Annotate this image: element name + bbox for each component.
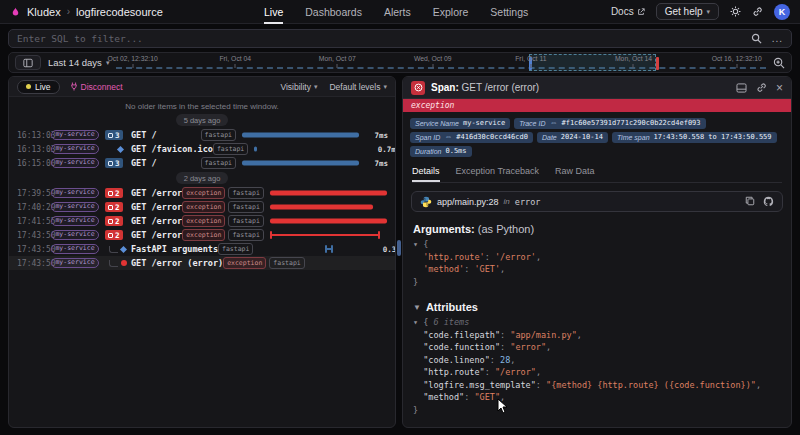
span-label: GET /error (error): [131, 258, 223, 268]
attributes-line: "code.filepath": "app/main.py",: [413, 329, 781, 342]
top-nav: Kludex › logfirecodesource Live Dashboar…: [0, 0, 800, 24]
timeline-tick-mark: [337, 64, 338, 68]
duration-bar-zone: [270, 186, 387, 200]
sql-filter-input[interactable]: Enter SQL to filter... ...: [8, 29, 792, 48]
trace-time: 17:40:29: [9, 203, 51, 212]
trace-badge-zone: 3: [105, 158, 129, 168]
chevron-down-icon: ▾: [383, 83, 387, 91]
duration-line: [270, 234, 380, 236]
child-count-badge[interactable]: 2: [105, 188, 123, 198]
tab-explore[interactable]: Explore: [433, 0, 469, 24]
child-count-badge[interactable]: 2: [105, 230, 123, 240]
meta-chip: Date2024-10-14: [537, 132, 608, 143]
exception-banner: exception: [403, 99, 791, 112]
tab-alerts[interactable]: Alerts: [384, 0, 411, 24]
fastapi-tag: fastapi: [228, 229, 263, 240]
avatar[interactable]: K: [774, 4, 790, 20]
fastapi-tag: fastapi: [201, 129, 236, 140]
tab-exception-traceback[interactable]: Exception Traceback: [456, 163, 540, 182]
meta-chip-value: my-service: [463, 119, 505, 127]
span-kind-dot: [117, 145, 124, 152]
external-link-icon: [637, 8, 645, 16]
child-count-badge[interactable]: 3: [105, 130, 123, 140]
copy-icon[interactable]: [745, 196, 755, 207]
trace-row[interactable]: 17:43:50my-serviceFastAPI argumentsfasta…: [9, 242, 395, 256]
timeline-tick-mark: [132, 64, 133, 68]
timeline-tick-mark: [235, 64, 236, 68]
time-divider: 2 days ago: [9, 172, 395, 184]
trace-time: 16:15:00: [9, 159, 51, 168]
trace-list-header: Live Disconnect Visibility▾ Default leve…: [9, 77, 395, 97]
duration-label: 7ms: [359, 159, 395, 168]
attributes-heading[interactable]: ▼Attributes: [413, 301, 781, 313]
collapse-chevron-icon: ▼: [413, 303, 421, 312]
selection-end-handle[interactable]: [656, 57, 659, 70]
trace-row[interactable]: 17:43:50my-service2GET /errorexceptionfa…: [9, 228, 395, 242]
duration-bar-zone: [270, 214, 387, 228]
arguments-line: 'method': 'GET',: [413, 263, 781, 276]
attributes-line: "code.function": "error",: [413, 341, 781, 354]
github-icon[interactable]: [763, 196, 774, 207]
timeline-tick-label: Mon, Oct 14: [615, 55, 652, 62]
service-badge: my-service: [51, 230, 99, 241]
duration-cap: [270, 231, 272, 239]
code-file-path[interactable]: app/main.py:28: [437, 197, 499, 207]
service-badge: my-service: [51, 244, 99, 255]
meta-chip: Duration0.5ms: [410, 146, 472, 157]
duration-label: 7ms: [387, 189, 396, 198]
tab-dashboards[interactable]: Dashboards: [305, 0, 362, 24]
panel-resize-handle[interactable]: [397, 240, 401, 256]
copy-link-icon[interactable]: [756, 82, 767, 93]
attributes-line: "http.route": "/error",: [413, 366, 781, 379]
dock-panel-icon[interactable]: [736, 83, 747, 93]
live-toggle-button[interactable]: Live: [17, 80, 60, 94]
arguments-line: 'http.route': '/error',: [413, 251, 781, 264]
trace-row[interactable]: 16:13:03my-service3GET /fastapi7ms: [9, 128, 395, 142]
org-name[interactable]: Kludex: [27, 6, 61, 18]
timeline-tick-mark: [736, 64, 737, 68]
disconnect-button[interactable]: Disconnect: [70, 82, 123, 92]
duration-label: 0.7ms: [371, 145, 396, 154]
trace-row[interactable]: 17:40:29my-service2GET /errorexceptionfa…: [9, 200, 395, 214]
default-levels-dropdown[interactable]: Default levels▾: [329, 82, 387, 92]
child-count-badge[interactable]: 2: [105, 202, 123, 212]
get-help-button[interactable]: Get help▾: [656, 3, 719, 20]
tree-connector: [109, 246, 118, 253]
meta-chip-label: Trace ID: [519, 120, 545, 127]
docs-link[interactable]: Docs: [611, 6, 645, 17]
timeline-tick-mark: [633, 64, 634, 68]
tab-raw-data[interactable]: Raw Data: [555, 163, 595, 182]
meta-chip: Service Namemy-service: [410, 118, 510, 129]
tab-live[interactable]: Live: [264, 0, 283, 24]
trace-row[interactable]: 17:41:55my-service2GET /errorexceptionfa…: [9, 214, 395, 228]
duration-bar: [270, 205, 373, 210]
child-count-badge[interactable]: 2: [105, 216, 123, 226]
share-link-button[interactable]: [752, 6, 763, 17]
trace-row[interactable]: 16:15:00my-service3GET /fastapi7ms: [9, 156, 395, 170]
theme-toggle-button[interactable]: [730, 6, 741, 17]
service-badge: my-service: [51, 158, 99, 169]
zoom-in-button[interactable]: [773, 57, 785, 69]
tab-settings[interactable]: Settings: [490, 0, 528, 24]
span-tags: exceptionfastapi: [223, 257, 305, 268]
search-icon[interactable]: [751, 33, 762, 44]
sidebar-toggle-button[interactable]: [15, 55, 41, 70]
time-range-dropdown[interactable]: Last 14 days▾: [48, 57, 109, 68]
meta-chip-label: Span ID: [415, 134, 440, 141]
child-count-badge[interactable]: 3: [105, 158, 123, 168]
fastapi-tag: fastapi: [218, 243, 253, 254]
trace-row[interactable]: 17:43:50my-serviceGET /error (error)exce…: [9, 256, 395, 270]
visibility-dropdown[interactable]: Visibility▾: [280, 82, 317, 92]
meta-chip-value: 2024-10-14: [561, 133, 603, 141]
timeline-track[interactable]: Oct 02, 12:32:10Fri, Oct 04Mon, Oct 07We…: [116, 53, 766, 72]
trace-row[interactable]: 16:13:03my-serviceGET /favicon.icofastap…: [9, 142, 395, 156]
exception-tag: exception: [182, 187, 225, 198]
project-name[interactable]: logfirecodesource: [76, 6, 163, 18]
trace-row[interactable]: 17:39:59my-service2GET /errorexceptionfa…: [9, 186, 395, 200]
close-icon[interactable]: ×: [776, 82, 783, 94]
arguments-line: }: [413, 276, 781, 289]
timeline-tick-label: Fri, Oct 11: [515, 55, 546, 62]
nav-tabs: Live Dashboards Alerts Explore Settings: [264, 0, 528, 24]
more-options-button[interactable]: ...: [772, 33, 783, 44]
tab-details[interactable]: Details: [412, 163, 440, 182]
